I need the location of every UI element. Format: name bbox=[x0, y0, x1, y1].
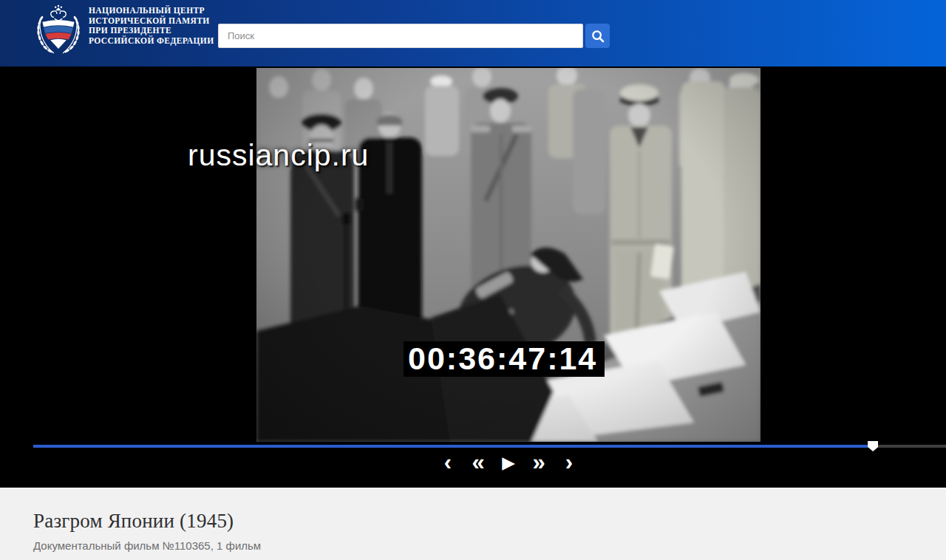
search-button[interactable] bbox=[585, 24, 610, 48]
play-button[interactable]: ▶ bbox=[498, 451, 519, 474]
video-frame[interactable] bbox=[256, 68, 760, 442]
org-name-line: ИСТОРИЧЕСКОЙ ПАМЯТИ bbox=[89, 16, 214, 27]
page-title: Разгром Японии (1945) bbox=[33, 510, 913, 533]
org-logo-icon bbox=[31, 1, 86, 61]
org-name-line: РОССИЙСКОЙ ФЕДЕРАЦИИ bbox=[89, 36, 214, 47]
search-icon bbox=[591, 30, 605, 43]
chevron-right-icon: › bbox=[565, 451, 573, 474]
progress-played bbox=[33, 445, 873, 448]
search-input[interactable] bbox=[218, 24, 583, 48]
double-chevron-right-icon: » bbox=[532, 451, 545, 474]
chevron-left-icon: ‹ bbox=[444, 451, 452, 474]
player-controls: ‹ « ▶ » › bbox=[256, 450, 760, 475]
org-name-line: НАЦИОНАЛЬНЫЙ ЦЕНТР bbox=[89, 6, 214, 16]
double-chevron-left-icon: « bbox=[472, 451, 484, 474]
step-back-button[interactable]: ‹ bbox=[438, 451, 458, 474]
progress-marker[interactable] bbox=[868, 441, 878, 451]
step-forward-button[interactable]: › bbox=[559, 451, 579, 474]
play-icon: ▶ bbox=[502, 451, 515, 474]
watermark: russiancip.ru bbox=[188, 138, 369, 173]
site-brand[interactable]: НАЦИОНАЛЬНЫЙ ЦЕНТР ИСТОРИЧЕСКОЙ ПАМЯТИ П… bbox=[31, 1, 194, 64]
fast-forward-button[interactable]: » bbox=[528, 451, 549, 474]
org-name-line: ПРИ ПРЕЗИДЕНТЕ bbox=[89, 26, 214, 36]
film-details: Разгром Японии (1945) Документальный фил… bbox=[0, 488, 946, 560]
video-player: russiancip.ru 00:36:47:14 ‹ « ▶ » › bbox=[0, 66, 946, 488]
site-header: НАЦИОНАЛЬНЫЙ ЦЕНТР ИСТОРИЧЕСКОЙ ПАМЯТИ П… bbox=[0, 0, 946, 66]
timecode-overlay: 00:36:47:14 bbox=[404, 341, 605, 377]
film-subtitle: Документальный фильм №110365, 1 фильм bbox=[33, 539, 913, 552]
org-name: НАЦИОНАЛЬНЫЙ ЦЕНТР ИСТОРИЧЕСКОЙ ПАМЯТИ П… bbox=[89, 6, 214, 46]
progress-bar[interactable] bbox=[33, 445, 946, 448]
rewind-button[interactable]: « bbox=[468, 451, 489, 474]
video-frame-image bbox=[256, 68, 760, 442]
search-bar bbox=[218, 24, 610, 48]
